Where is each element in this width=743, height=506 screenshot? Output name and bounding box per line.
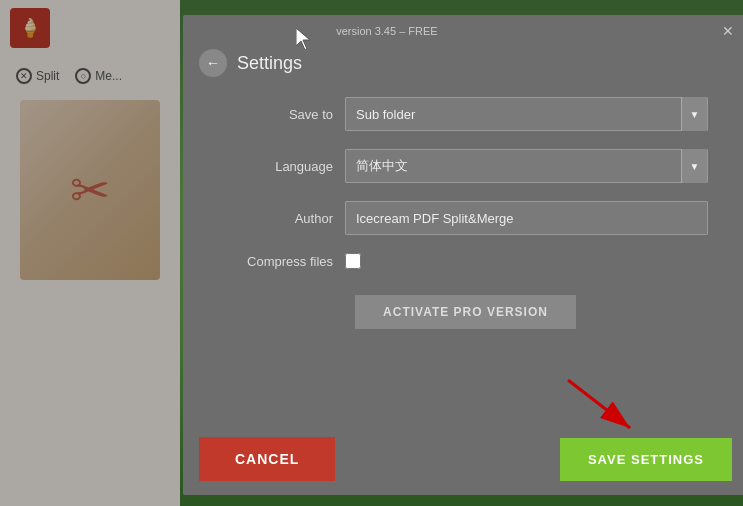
compress-checkbox-container <box>345 253 361 269</box>
dialog-topbar: version 3.45 – FREE ✕ <box>183 15 743 43</box>
activate-pro-button[interactable]: ACTIVATE PRO VERSION <box>355 295 576 329</box>
compress-row: Compress files <box>223 253 708 269</box>
settings-dialog: version 3.45 – FREE ✕ ← Settings Save to… <box>183 15 743 495</box>
save-to-value: Sub folder <box>356 107 415 122</box>
svg-line-1 <box>568 380 630 428</box>
author-label: Author <box>223 211 333 226</box>
language-arrow-icon: ▼ <box>681 149 707 183</box>
language-row: Language 简体中文 ▼ <box>223 149 708 183</box>
dialog-body: Save to Sub folder ▼ Language 简体中文 ▼ Aut… <box>183 89 743 423</box>
close-button[interactable]: ✕ <box>720 23 736 39</box>
author-input[interactable] <box>345 201 708 235</box>
save-to-arrow-icon: ▼ <box>681 97 707 131</box>
language-label: Language <box>223 159 333 174</box>
cancel-button[interactable]: CANCEL <box>199 437 335 481</box>
author-row: Author <box>223 201 708 235</box>
save-to-row: Save to Sub folder ▼ <box>223 97 708 131</box>
dialog-title: Settings <box>237 53 302 74</box>
save-settings-button[interactable]: SAVE SETTINGS <box>560 438 732 481</box>
compress-label: Compress files <box>223 254 333 269</box>
back-button[interactable]: ← <box>199 49 227 77</box>
activate-pro-section: ACTIVATE PRO VERSION <box>223 295 708 329</box>
red-arrow-indicator <box>548 370 648 440</box>
language-value: 简体中文 <box>356 157 408 175</box>
dialog-footer: CANCEL SAVE SETTINGS <box>183 423 743 495</box>
back-icon: ← <box>206 55 220 71</box>
language-dropdown[interactable]: 简体中文 ▼ <box>345 149 708 183</box>
save-to-label: Save to <box>223 107 333 122</box>
compress-checkbox[interactable] <box>345 253 361 269</box>
version-text: version 3.45 – FREE <box>336 25 438 37</box>
dialog-header: ← Settings <box>183 43 743 89</box>
save-to-dropdown[interactable]: Sub folder ▼ <box>345 97 708 131</box>
